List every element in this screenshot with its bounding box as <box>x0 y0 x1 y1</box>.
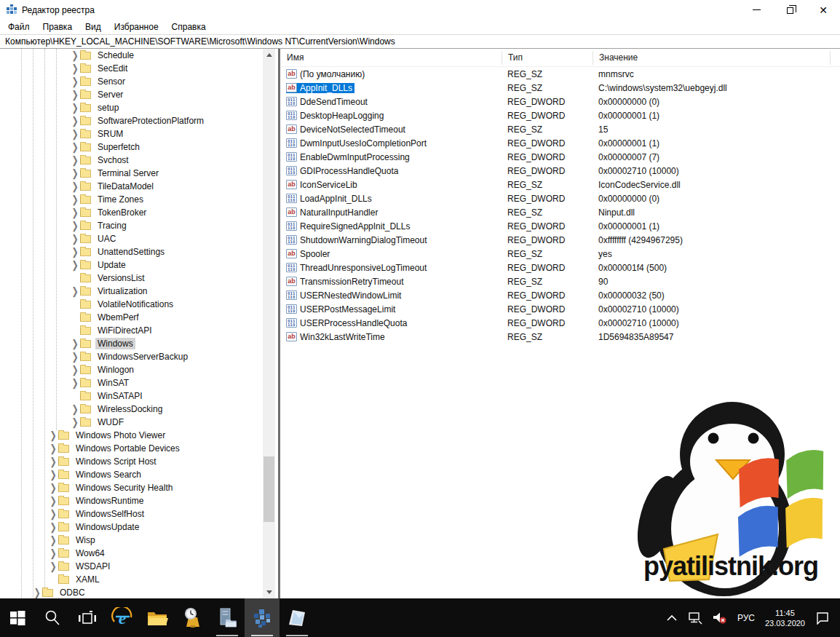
tree-item-superfetch[interactable]: ❯Superfetch <box>0 141 275 154</box>
tree-item-windows-script-host[interactable]: ❯Windows Script Host <box>0 455 275 468</box>
notepad-button[interactable] <box>280 598 314 637</box>
tree-item-virtualization[interactable]: ❯Virtualization <box>0 285 275 298</box>
tree-item-tokenbroker[interactable]: ❯TokenBroker <box>0 206 275 219</box>
tree-item-wifidirectapi[interactable]: ❯WiFiDirectAPI <box>0 324 275 337</box>
column-header-type[interactable]: Тип <box>502 51 593 65</box>
tree-item-unattendsettings[interactable]: ❯UnattendSettings <box>0 245 275 258</box>
tree-item-uac[interactable]: ❯UAC <box>0 232 275 245</box>
chevron-right-icon[interactable]: ❯ <box>70 352 80 362</box>
chevron-right-icon[interactable]: ❯ <box>70 207 80 218</box>
registry-value-row[interactable]: 011110EnableDwmInputProcessingREG_DWORD0… <box>281 150 840 164</box>
menu-item-edit[interactable]: Правка <box>36 20 79 33</box>
search-button[interactable] <box>35 598 70 637</box>
chevron-right-icon[interactable]: ❯ <box>70 194 80 205</box>
tree-item-versionslist[interactable]: ❯VersionsList <box>0 272 275 285</box>
chevron-right-icon[interactable]: ❯ <box>70 155 80 165</box>
tree-item-windowsruntime[interactable]: ❯WindowsRuntime <box>0 494 275 507</box>
internet-explorer-button[interactable]: e <box>105 598 140 637</box>
tree-item-xaml[interactable]: ❯XAML <box>0 573 275 586</box>
registry-value-row[interactable]: 011110RequireSignedAppInit_DLLsREG_DWORD… <box>281 219 840 233</box>
tree-item-tiledatamodel[interactable]: ❯TileDataModel <box>0 180 275 193</box>
chevron-right-icon[interactable]: ❯ <box>70 286 80 296</box>
chevron-right-icon[interactable]: ❯ <box>48 483 58 493</box>
close-button[interactable]: ✕ <box>807 0 840 20</box>
tree-item-windowsselfhost[interactable]: ❯WindowsSelfHost <box>0 507 275 521</box>
chevron-right-icon[interactable]: ❯ <box>48 430 58 440</box>
chevron-right-icon[interactable]: ❯ <box>70 181 80 191</box>
chevron-right-icon[interactable]: ❯ <box>70 50 80 60</box>
registry-value-row[interactable]: 011110USERPostMessageLimitREG_DWORD0x000… <box>281 302 840 316</box>
tree-item-update[interactable]: ❯Update <box>0 258 275 272</box>
tree-item-windowsserverbackup[interactable]: ❯WindowsServerBackup <box>0 350 275 363</box>
registry-value-row[interactable]: 011110DwmInputUsesIoCompletionPortREG_DW… <box>281 136 840 150</box>
file-explorer-button[interactable] <box>140 598 175 637</box>
registry-value-row[interactable]: abWin32kLastWriteTimeREG_SZ1D5694835A895… <box>281 330 840 344</box>
panel-splitter[interactable] <box>278 49 280 598</box>
chevron-right-icon[interactable]: ❯ <box>70 365 80 375</box>
chevron-right-icon[interactable]: ❯ <box>48 456 58 467</box>
tree-item-secedit[interactable]: ❯SecEdit <box>0 62 275 75</box>
clock[interactable]: 11:45 23.03.2020 <box>765 608 805 628</box>
registry-value-row[interactable]: abTransmissionRetryTimeoutREG_SZ90 <box>281 274 840 288</box>
registry-value-row[interactable]: abNaturalInputHandlerREG_SZNinput.dll <box>281 205 840 219</box>
chevron-right-icon[interactable]: ❯ <box>48 496 58 506</box>
chevron-right-icon[interactable]: ❯ <box>48 561 58 571</box>
chevron-right-icon[interactable]: ❯ <box>70 234 80 244</box>
tree-item-setup[interactable]: ❯setup <box>0 101 275 114</box>
chevron-right-icon[interactable]: ❯ <box>48 548 58 558</box>
restore-button[interactable] <box>773 0 807 20</box>
tray-expand-chevron-icon[interactable] <box>666 614 678 622</box>
task-view-button[interactable] <box>70 598 105 637</box>
registry-value-row[interactable]: ab(По умолчанию)REG_SZmnmsrvc <box>281 67 840 81</box>
tree-item-softwareprotectionplatform[interactable]: ❯SoftwareProtectionPlatform <box>0 114 275 127</box>
start-button[interactable] <box>0 598 35 637</box>
registry-value-row[interactable]: 011110ShutdownWarningDialogTimeoutREG_DW… <box>281 233 840 247</box>
registry-value-row[interactable]: 011110DesktopHeapLoggingREG_DWORD0x00000… <box>281 108 840 122</box>
registry-value-row[interactable]: abDeviceNotSelectedTimeoutREG_SZ15 <box>281 122 840 136</box>
chevron-right-icon[interactable]: ❯ <box>70 116 80 126</box>
chevron-right-icon[interactable]: ❯ <box>70 142 80 152</box>
menu-item-help[interactable]: Справка <box>165 20 213 33</box>
volume-muted-icon[interactable] <box>713 612 727 625</box>
chevron-right-icon[interactable]: ❯ <box>70 129 80 139</box>
tree-item-wsdapi[interactable]: ❯WSDAPI <box>0 560 275 573</box>
menu-item-view[interactable]: Вид <box>79 20 108 33</box>
tree-item-windows-search[interactable]: ❯Windows Search <box>0 468 275 481</box>
tree-item-winsatapi[interactable]: ❯WinSATAPI <box>0 389 275 403</box>
tree-item-schedule[interactable]: ❯Schedule <box>0 49 275 62</box>
tree-item-windows[interactable]: ❯Windows <box>0 337 275 350</box>
chevron-right-icon[interactable]: ❯ <box>70 221 80 231</box>
chevron-right-icon[interactable]: ❯ <box>70 404 80 414</box>
menu-item-favorites[interactable]: Избранное <box>108 20 165 33</box>
tree-item-terminal-server[interactable]: ❯Terminal Server <box>0 167 275 180</box>
action-center-icon[interactable] <box>815 612 830 625</box>
registry-value-row[interactable]: 011110ThreadUnresponsiveLogTimeoutREG_DW… <box>281 261 840 274</box>
chevron-right-icon[interactable]: ❯ <box>70 339 80 349</box>
tree-item-wirelessdocking[interactable]: ❯WirelessDocking <box>0 403 275 416</box>
tree-item-winsat[interactable]: ❯WinSAT <box>0 376 275 389</box>
registry-value-row[interactable]: 011110USERProcessHandleQuotaREG_DWORD0x0… <box>281 316 840 330</box>
registry-value-row[interactable]: abSpoolerREG_SZyes <box>281 247 840 261</box>
language-indicator[interactable]: РУС <box>737 613 755 623</box>
tree-item-wbemperf[interactable]: ❯WbemPerf <box>0 311 275 324</box>
registry-value-row[interactable]: 011110DdeSendTimeoutREG_DWORD0x00000000 … <box>281 95 840 108</box>
column-header-name[interactable]: Имя <box>281 51 502 65</box>
tree-item-volatilenotifications[interactable]: ❯VolatileNotifications <box>0 298 275 311</box>
chevron-right-icon[interactable]: ❯ <box>70 260 80 270</box>
tree-item-time-zones[interactable]: ❯Time Zones <box>0 193 275 206</box>
registry-value-row[interactable]: abIconServiceLibREG_SZIconCodecService.d… <box>281 178 840 191</box>
registry-value-row[interactable]: 011110GDIProcessHandleQuotaREG_DWORD0x00… <box>281 164 840 178</box>
tree-item-server[interactable]: ❯Server <box>0 88 275 101</box>
chevron-right-icon[interactable]: ❯ <box>48 522 58 532</box>
tree-item-windows-photo-viewer[interactable]: ❯Windows Photo Viewer <box>0 429 275 442</box>
chevron-right-icon[interactable]: ❯ <box>70 247 80 257</box>
chevron-right-icon[interactable]: ❯ <box>70 63 80 74</box>
registry-value-row[interactable]: 011110LoadAppInit_DLLsREG_DWORD0x0000000… <box>281 191 840 205</box>
tree-item-windows-security-health[interactable]: ❯Windows Security Health <box>0 481 275 494</box>
registry-editor-taskbar-button[interactable] <box>245 598 280 637</box>
tree-item-wudf[interactable]: ❯WUDF <box>0 416 275 429</box>
chevron-right-icon[interactable]: ❯ <box>70 168 80 178</box>
registry-value-row[interactable]: 011110USERNestedWindowLimitREG_DWORD0x00… <box>281 288 840 302</box>
tree-item-windows-portable-devices[interactable]: ❯Windows Portable Devices <box>0 442 275 455</box>
chevron-right-icon[interactable]: ❯ <box>48 470 58 480</box>
